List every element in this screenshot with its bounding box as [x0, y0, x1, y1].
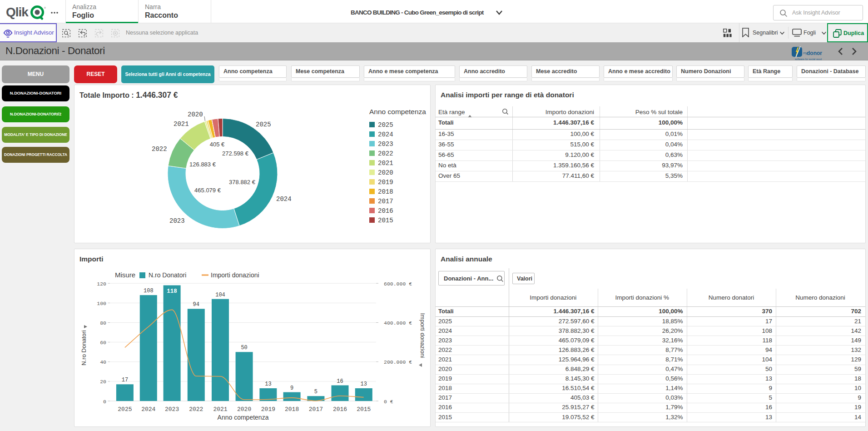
svg-text:5: 5 — [314, 389, 317, 395]
svg-text:405 €: 405 € — [210, 141, 225, 148]
svg-text:104: 104 — [215, 292, 225, 298]
svg-text:108: 108 — [144, 288, 154, 294]
svg-text:2024: 2024 — [141, 406, 155, 413]
svg-text:2023: 2023 — [169, 217, 185, 225]
svg-text:0: 0 — [103, 399, 106, 405]
svg-text:2017: 2017 — [378, 198, 393, 205]
svg-text:Importi donazioni: Importi donazioni — [211, 271, 259, 279]
svg-text:N.ro Donatori: N.ro Donatori — [80, 330, 87, 365]
svg-text:Anno competenza: Anno competenza — [218, 414, 269, 421]
svg-text:60: 60 — [100, 340, 106, 346]
svg-text:2017: 2017 — [309, 406, 323, 413]
svg-text:600.000 €: 600.000 € — [384, 281, 412, 287]
svg-text:2022: 2022 — [189, 406, 203, 413]
svg-text:N.ro Donatori: N.ro Donatori — [149, 271, 186, 279]
svg-text:2021: 2021 — [174, 120, 189, 128]
svg-text:465.079 €: 465.079 € — [194, 187, 221, 194]
svg-text:17: 17 — [122, 377, 128, 383]
svg-text:20: 20 — [100, 379, 106, 385]
svg-text:2020: 2020 — [378, 169, 393, 176]
svg-text:2016: 2016 — [378, 207, 393, 215]
svg-text:2023: 2023 — [165, 406, 179, 413]
svg-text:Anno competenza: Anno competenza — [369, 108, 426, 115]
svg-text:2020: 2020 — [237, 406, 251, 413]
svg-text:378.882 €: 378.882 € — [229, 179, 256, 185]
svg-text:2016: 2016 — [333, 406, 347, 413]
svg-text:50: 50 — [241, 345, 247, 351]
svg-text:0 €: 0 € — [384, 399, 393, 405]
svg-text:2020: 2020 — [188, 111, 203, 118]
svg-text:16: 16 — [337, 378, 343, 385]
svg-text:13: 13 — [265, 381, 271, 387]
svg-text:2022: 2022 — [378, 150, 393, 157]
svg-text:2023: 2023 — [378, 140, 393, 148]
svg-text:Importi donazioni: Importi donazioni — [419, 313, 426, 358]
svg-text:2024: 2024 — [276, 195, 292, 203]
svg-text:software for social good: software for social good — [795, 58, 822, 60]
svg-text:400.000 €: 400.000 € — [384, 320, 412, 326]
svg-text:donor: donor — [807, 50, 822, 56]
svg-text:2024: 2024 — [378, 131, 393, 138]
svg-text:40: 40 — [100, 359, 106, 365]
svg-text:2025: 2025 — [118, 406, 132, 413]
svg-text:2022: 2022 — [152, 145, 167, 153]
svg-text:2021: 2021 — [378, 160, 393, 167]
svg-text:272.598 €: 272.598 € — [222, 150, 249, 157]
svg-text:200.000 €: 200.000 € — [384, 359, 412, 365]
svg-text:2021: 2021 — [213, 406, 227, 413]
svg-text:118: 118 — [167, 288, 177, 295]
svg-text:2025: 2025 — [256, 121, 271, 128]
svg-text:2018: 2018 — [285, 406, 299, 413]
svg-text:80: 80 — [100, 320, 106, 326]
svg-text:Qlik: Qlik — [6, 5, 29, 19]
svg-text:Misure: Misure — [115, 271, 135, 279]
svg-text:2018: 2018 — [378, 188, 393, 195]
svg-text:2025: 2025 — [378, 121, 393, 129]
svg-text:2019: 2019 — [378, 179, 393, 186]
svg-text:120: 120 — [97, 281, 106, 287]
svg-text:2015: 2015 — [378, 217, 393, 224]
svg-text:2015: 2015 — [357, 406, 371, 413]
svg-text:126.883 €: 126.883 € — [189, 161, 216, 168]
svg-text:2019: 2019 — [261, 406, 275, 413]
svg-text:100: 100 — [97, 301, 106, 306]
svg-text:94: 94 — [193, 301, 199, 308]
svg-text:9: 9 — [290, 385, 293, 391]
svg-text:13: 13 — [361, 381, 367, 387]
